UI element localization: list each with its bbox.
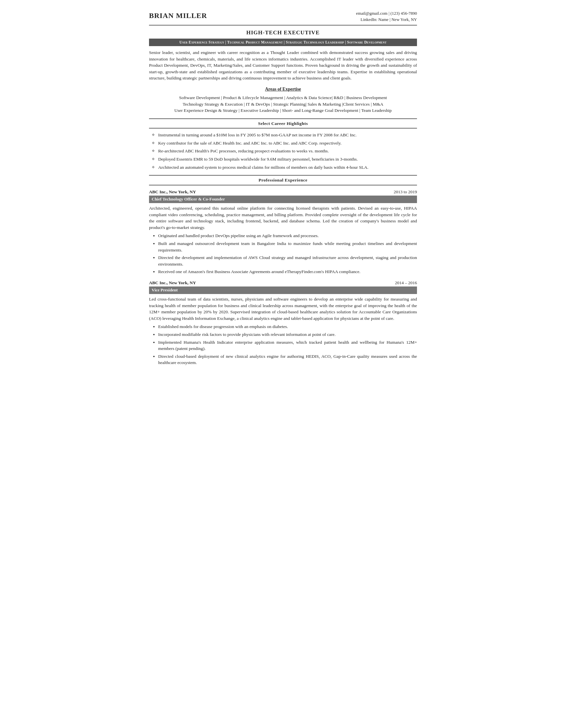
expertise-line-3: User Experience Design & Strategy | Exec… — [149, 107, 417, 114]
expertise-line-1: Software Development | Product & Lifecyc… — [149, 95, 417, 101]
highlight-item: Deployed Essentris EMR to 59 DoD hospita… — [152, 156, 417, 163]
main-title: High-Tech Executive — [149, 29, 417, 37]
highlights-title: Select Career Highlights — [149, 118, 417, 129]
linkedin-location: LinkedIn: Name | New York, NY — [356, 17, 417, 23]
title-section: High-Tech Executive — [149, 29, 417, 37]
expertise-title: Areas of Expertise — [149, 86, 417, 93]
exp-desc-1: Architected, engineered, operated this n… — [149, 205, 417, 231]
exp-desc-2: Led cross-functional team of data scient… — [149, 296, 417, 321]
linkedin: LinkedIn: Name — [360, 17, 388, 22]
highlight-item: Key contributor for the sale of ABC Heal… — [152, 140, 417, 147]
exp-company-1: ABC Inc., New York, NY — [149, 189, 196, 195]
exp-company-2: ABC Inc., New York, NY — [149, 280, 196, 286]
highlights-list: Instrumental in turning around a $10M lo… — [149, 132, 417, 170]
resume-header: Brian Miller email@gmail.com | (123) 456… — [149, 10, 417, 23]
email-phone: email@gmail.com | (123) 456-7890 — [356, 10, 417, 17]
experience-title: Professional Experience — [149, 175, 417, 185]
highlight-item: Instrumental in turning around a $10M lo… — [152, 132, 417, 138]
exp-jobtitle-1: Chief Technology Officer & Co-Founder — [149, 196, 417, 203]
exp-header-2: ABC Inc., New York, NY 2014 – 2016 — [149, 280, 417, 286]
expertise-lines: Software Development | Product & Lifecyc… — [149, 95, 417, 114]
bullet-item: Directed the development and implementat… — [158, 254, 417, 267]
bullet-item: Originated and handled product DevOps pi… — [158, 233, 417, 239]
highlight-item: Re-architected ABC Health's PoC processe… — [152, 148, 417, 154]
candidate-name: Brian Miller — [149, 10, 207, 21]
bullet-item: Established models for disease progressi… — [158, 323, 417, 330]
exp-entry-1: ABC Inc., New York, NY 2013 to 2019 Chie… — [149, 189, 417, 275]
expertise-section: Areas of Expertise Software Development … — [149, 86, 417, 114]
bullet-item: Built and managed outsourced development… — [158, 240, 417, 253]
exp-bullets-2: Established models for disease progressi… — [149, 323, 417, 366]
location: New York, NY — [391, 17, 417, 22]
bullet-item: Received one of Amazon's first Business … — [158, 269, 417, 275]
exp-entry-2: ABC Inc., New York, NY 2014 – 2016 Vice … — [149, 280, 417, 366]
subtitle-bar: User Experience Strategy | Technical Pro… — [149, 39, 417, 46]
exp-dates-1: 2013 to 2019 — [394, 189, 417, 195]
bullet-item: Incorporated modifiable risk factors to … — [158, 331, 417, 338]
experience-section: Professional Experience ABC Inc., New Yo… — [149, 175, 417, 366]
bullet-item: Directed cloud-based deployment of new c… — [158, 353, 417, 366]
exp-header-1: ABC Inc., New York, NY 2013 to 2019 — [149, 189, 417, 195]
email: email@gmail.com — [356, 11, 387, 16]
highlights-section: Select Career Highlights Instrumental in… — [149, 118, 417, 170]
exp-dates-2: 2014 – 2016 — [395, 280, 417, 286]
phone: (123) 456-7890 — [390, 11, 417, 16]
header-divider — [149, 25, 417, 26]
bullet-item: Implemented Humana's Health Indicator en… — [158, 339, 417, 352]
summary-text: Senior leader, scientist, and engineer w… — [149, 49, 417, 81]
contact-info: email@gmail.com | (123) 456-7890 LinkedI… — [356, 10, 417, 23]
exp-bullets-1: Originated and handled product DevOps pi… — [149, 233, 417, 275]
expertise-line-2: Technology Strategy & Execution | IT & D… — [149, 101, 417, 108]
highlight-item: Architected an automated system to proce… — [152, 164, 417, 171]
exp-jobtitle-2: Vice President — [149, 286, 417, 294]
